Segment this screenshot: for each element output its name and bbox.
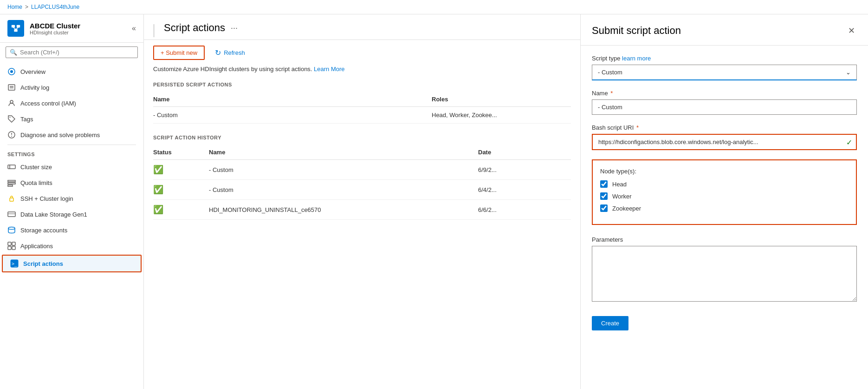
node-types-section: Node type(s): Head Worker Zookeeper (592, 159, 857, 225)
svg-line-4 (16, 27, 19, 29)
sidebar-item-cluster-size[interactable]: Cluster size (0, 159, 143, 175)
svg-rect-19 (8, 185, 13, 186)
search-box[interactable]: 🔍 (6, 46, 138, 58)
refresh-button[interactable]: ↻ Refresh (210, 46, 250, 60)
svg-rect-26 (12, 246, 15, 250)
svg-rect-0 (12, 25, 15, 28)
breadcrumb-sep1: > (25, 4, 28, 10)
bash-uri-input[interactable] (593, 135, 856, 149)
history-row-2-date: 6/6/2... (478, 206, 571, 213)
worker-checkbox-item: Worker (600, 192, 849, 200)
sidebar-header: ABCDE Cluster HDInsight cluster « (0, 14, 143, 43)
script-type-value: - Custom (598, 69, 622, 76)
more-options-icon[interactable]: ··· (231, 23, 238, 39)
head-checkbox-item: Head (600, 180, 849, 188)
bash-uri-field-wrap: ✓ (592, 134, 857, 150)
status-icon-2: ✅ (153, 204, 209, 215)
sidebar-item-overview[interactable]: Overview (0, 64, 143, 79)
zookeeper-checkbox-item: Zookeeper (600, 204, 849, 212)
sidebar-item-label-storage: Storage accounts (20, 227, 67, 234)
table-row: ✅ - Custom 6/4/2... (153, 180, 571, 200)
persisted-col-name: Name (153, 96, 432, 103)
sidebar-item-activity-log[interactable]: Activity log (0, 79, 143, 95)
uri-check-icon: ✓ (846, 138, 852, 146)
worker-label: Worker (612, 193, 632, 200)
sidebar-item-datalake[interactable]: Data Lake Storage Gen1 (0, 206, 143, 222)
name-group: Name * (592, 90, 857, 115)
overview-icon (7, 67, 16, 76)
script-type-learn-more[interactable]: learn more (622, 55, 651, 62)
learn-more-link[interactable]: Learn More (314, 66, 344, 73)
submit-new-button[interactable]: + Submit new (153, 46, 205, 60)
sidebar-item-ssh[interactable]: SSH + Cluster login (0, 191, 143, 206)
status-icon-0: ✅ (153, 165, 209, 175)
head-checkbox[interactable] (600, 180, 608, 188)
script-type-label: Script type learn more (592, 55, 857, 62)
sidebar-item-label-datalake: Data Lake Storage Gen1 (20, 211, 87, 218)
script-type-select[interactable]: - Custom ⌄ (592, 65, 857, 80)
customize-text: Customize Azure HDInsight clusters by us… (153, 66, 571, 73)
bash-uri-required: * (636, 124, 639, 131)
svg-point-14 (11, 136, 12, 137)
name-required: * (610, 90, 613, 97)
bash-uri-label: Bash script URI * (592, 124, 857, 131)
ssh-icon (7, 194, 16, 203)
panel-header: Submit script action ✕ (581, 14, 868, 46)
sidebar-item-applications[interactable]: Applications (0, 238, 143, 254)
zookeeper-checkbox[interactable] (600, 204, 608, 212)
zookeeper-label: Zookeeper (612, 205, 641, 212)
script-type-group: Script type learn more - Custom ⌄ (592, 55, 857, 80)
sidebar-item-label-quota: Quota limits (20, 179, 52, 186)
persisted-section: PERSISTED SCRIPT ACTIONS Name Roles - Cu… (153, 82, 571, 124)
create-button[interactable]: Create (592, 316, 628, 330)
history-row-0-date: 6/9/2... (478, 166, 571, 173)
sidebar-item-label-cluster-size: Cluster size (20, 164, 52, 171)
persisted-row-roles: Head, Worker, Zookee... (432, 112, 571, 119)
svg-rect-21 (8, 212, 15, 217)
status-icon-1: ✅ (153, 185, 209, 195)
breadcrumb-home[interactable]: Home (7, 4, 22, 10)
svg-point-6 (10, 70, 13, 73)
sidebar-item-quota[interactable]: Quota limits (0, 175, 143, 191)
history-row-1-date: 6/4/2... (478, 186, 571, 193)
svg-line-3 (13, 27, 16, 29)
table-row: ✅ - Custom 6/9/2... (153, 160, 571, 180)
sidebar-item-storage[interactable]: Storage accounts (0, 222, 143, 238)
sidebar-item-script-actions[interactable]: >_ Script actions (2, 255, 142, 272)
title-divider (153, 24, 155, 37)
toolbar: + Submit new ↻ Refresh (144, 40, 580, 66)
sidebar-item-label-tags: Tags (20, 116, 33, 123)
history-row-1-name: - Custom (209, 186, 478, 193)
tags-icon (7, 115, 16, 123)
persisted-col-roles: Roles (432, 96, 571, 103)
svg-point-11 (10, 117, 11, 118)
history-col-date: Date (478, 149, 571, 156)
svg-rect-17 (8, 180, 15, 182)
search-input[interactable] (20, 49, 134, 56)
sidebar-item-tags[interactable]: Tags (0, 111, 143, 127)
panel-close-button[interactable]: ✕ (846, 24, 857, 38)
diagnose-icon (7, 131, 16, 139)
refresh-label: Refresh (224, 49, 245, 56)
svg-rect-15 (8, 165, 15, 169)
worker-checkbox[interactable] (600, 192, 608, 200)
parameters-input[interactable] (592, 246, 857, 302)
breadcrumb-cluster[interactable]: LLAPCLUS4thJune (31, 4, 79, 10)
sidebar-item-diagnose[interactable]: Diagnose and solve problems (0, 127, 143, 143)
right-panel: Submit script action ✕ Script type learn… (580, 14, 868, 389)
sidebar-collapse-button[interactable]: « (132, 24, 136, 33)
history-section: SCRIPT ACTION HISTORY Status Name Date ✅… (153, 135, 571, 220)
sidebar-item-iam[interactable]: Access control (IAM) (0, 95, 143, 111)
page-title: Script actions (164, 22, 225, 40)
node-types-label: Node type(s): (600, 168, 849, 175)
svg-rect-23 (8, 242, 11, 245)
quota-icon (7, 178, 16, 187)
svg-point-22 (8, 227, 15, 230)
name-input[interactable] (592, 99, 857, 115)
chevron-down-icon: ⌄ (846, 69, 851, 76)
sidebar-item-label-script-actions: Script actions (23, 260, 63, 267)
persisted-section-title: PERSISTED SCRIPT ACTIONS (153, 82, 571, 87)
sidebar-nav: Overview Activity log Access control (IA… (0, 62, 143, 389)
main-content: Script actions ··· + Submit new ↻ Refres… (144, 14, 580, 389)
history-row-0-name: - Custom (209, 166, 478, 173)
